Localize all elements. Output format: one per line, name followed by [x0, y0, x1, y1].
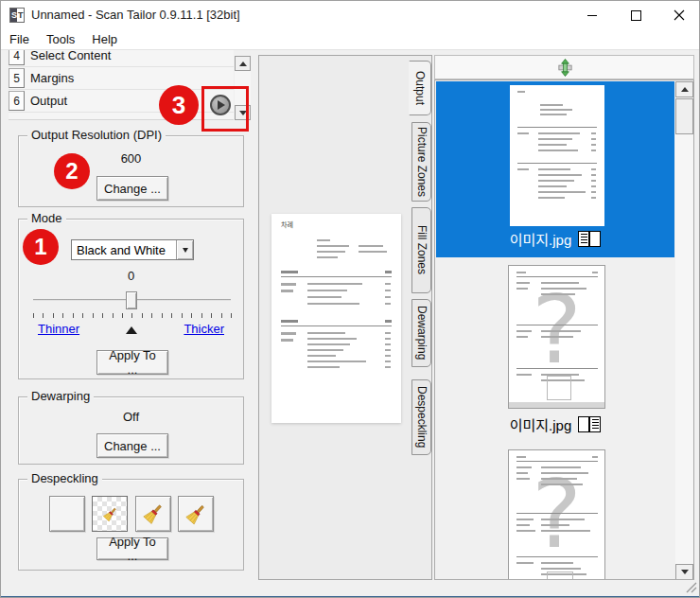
- tab-dewarping[interactable]: Dewarping: [411, 299, 431, 367]
- page-pair-icon: [578, 416, 601, 432]
- stage-item-output[interactable]: 6 Output: [9, 90, 234, 113]
- deco: [385, 332, 391, 334]
- deco: [516, 282, 530, 284]
- deco: [516, 530, 535, 532]
- mode-select[interactable]: Black and White: [71, 239, 194, 260]
- deco: [516, 336, 528, 338]
- deco: [359, 251, 387, 253]
- deco: [517, 132, 529, 134]
- deco: [589, 231, 601, 247]
- despeckle-normal-button[interactable]: [135, 496, 171, 532]
- deco: [591, 132, 596, 134]
- scrollbar-thumb[interactable]: [675, 98, 693, 134]
- deco: 5: [9, 68, 25, 88]
- menu-file[interactable]: File: [1, 30, 38, 48]
- title-bar: ST Unnamed - Scan Tailor 0.9.11.1 [32bit…: [1, 1, 700, 29]
- maximize-icon: [631, 10, 641, 21]
- tab-output[interactable]: Output: [409, 61, 431, 115]
- move-arrows-icon[interactable]: [556, 59, 574, 77]
- deco: [516, 513, 598, 514]
- tab-fill-zones[interactable]: Fill Zones: [411, 207, 431, 293]
- deco: [516, 374, 532, 376]
- tab-despeckling[interactable]: Despeckling: [411, 379, 431, 455]
- deco: [516, 466, 532, 468]
- mode-apply-to-button[interactable]: Apply To ...: [96, 350, 168, 375]
- deco: [307, 290, 347, 291]
- deco: [541, 288, 586, 290]
- despeckle-cautious-button[interactable]: [92, 496, 128, 532]
- minimize-icon: [587, 15, 597, 16]
- deco: [538, 138, 572, 140]
- deco: [281, 290, 293, 292]
- deco: [541, 519, 585, 520]
- menu-help[interactable]: Help: [83, 30, 126, 48]
- output-resolution-title: Output Resolution (DPI): [27, 128, 166, 142]
- minimize-button[interactable]: [570, 1, 614, 29]
- resolution-change-button[interactable]: Change ...: [96, 176, 168, 201]
- deco: [541, 330, 581, 332]
- despeckle-aggressive-button[interactable]: [178, 496, 214, 532]
- window-title: Unnamed - Scan Tailor 0.9.11.1 [32bit]: [31, 1, 240, 29]
- deco: [516, 288, 528, 290]
- thumbnail-item-3[interactable]: ?: [436, 444, 674, 580]
- resize-grip[interactable]: [684, 580, 697, 593]
- deco: 4 Select Content 5 Margins 6 Output: [9, 50, 234, 113]
- annotation-circle-3: 3: [159, 85, 199, 125]
- thumbnail-filename-1: 이미지.jpg: [510, 229, 572, 249]
- deco: [591, 168, 596, 170]
- tab-picture-zones[interactable]: Picture Zones: [411, 122, 431, 202]
- deco: [281, 325, 392, 326]
- deco: [385, 320, 392, 323]
- scrollbar-track[interactable]: [675, 97, 693, 564]
- deco: [307, 349, 343, 351]
- deco: Output: [30, 94, 67, 108]
- scroll-down-button[interactable]: [675, 564, 693, 580]
- slider-position-marker-icon: [126, 326, 137, 334]
- thicker-link[interactable]: Thicker: [184, 322, 224, 336]
- deco: ?: [509, 458, 604, 572]
- deco: [564, 63, 568, 72]
- deco: T: [18, 9, 24, 21]
- deco: [307, 303, 359, 305]
- thumbnail-list: 이미지.jpg ? 이미지.jpg: [434, 79, 694, 580]
- thumbnail-item-2[interactable]: ? 이미지.jpg: [436, 258, 674, 438]
- dewarping-group: Dewarping Off Change ...: [18, 396, 244, 465]
- deco: [538, 185, 567, 187]
- dewarping-change-button[interactable]: Change ...: [96, 433, 168, 458]
- thinner-link[interactable]: Thinner: [38, 322, 79, 336]
- deco: [591, 197, 596, 199]
- despeckle-off-button[interactable]: [49, 496, 85, 532]
- deco: [541, 484, 583, 485]
- scroll-up-button[interactable]: [235, 56, 251, 71]
- deco: [541, 293, 575, 295]
- maximize-button[interactable]: [614, 1, 657, 29]
- combo-dropdown-button[interactable]: [176, 240, 193, 259]
- deco: [541, 524, 569, 526]
- scroll-up-button[interactable]: [675, 81, 693, 97]
- deco: [538, 191, 586, 193]
- close-button[interactable]: [657, 1, 700, 29]
- deco: [541, 478, 577, 480]
- deco: [281, 320, 298, 323]
- broom-large-icon: [184, 500, 207, 529]
- thumbnail-page-1: [510, 85, 604, 226]
- annotation-circle-1: 1: [23, 229, 59, 265]
- deco: [562, 72, 569, 77]
- deco: [538, 197, 565, 199]
- thumbnail-label-row-1: 이미지.jpg: [436, 229, 674, 249]
- close-icon: [674, 9, 685, 21]
- despeckling-apply-to-button[interactable]: Apply To ...: [96, 537, 168, 560]
- deco: [541, 530, 590, 532]
- menu-bar: File Tools Help: [1, 29, 700, 50]
- question-dot-box: [547, 572, 573, 580]
- despeckling-title: Despeckling: [27, 471, 102, 485]
- deco: [516, 556, 598, 557]
- thumbnail-item-1[interactable]: 이미지.jpg: [436, 81, 674, 257]
- threshold-slider-handle[interactable]: [126, 291, 137, 309]
- deco: [516, 456, 526, 458]
- deco: [540, 109, 572, 111]
- stage-item-margins[interactable]: 5 Margins: [9, 67, 234, 90]
- deco: [541, 282, 579, 284]
- stage-item-select-content[interactable]: 4 Select Content: [9, 50, 234, 67]
- menu-tools[interactable]: Tools: [38, 30, 83, 48]
